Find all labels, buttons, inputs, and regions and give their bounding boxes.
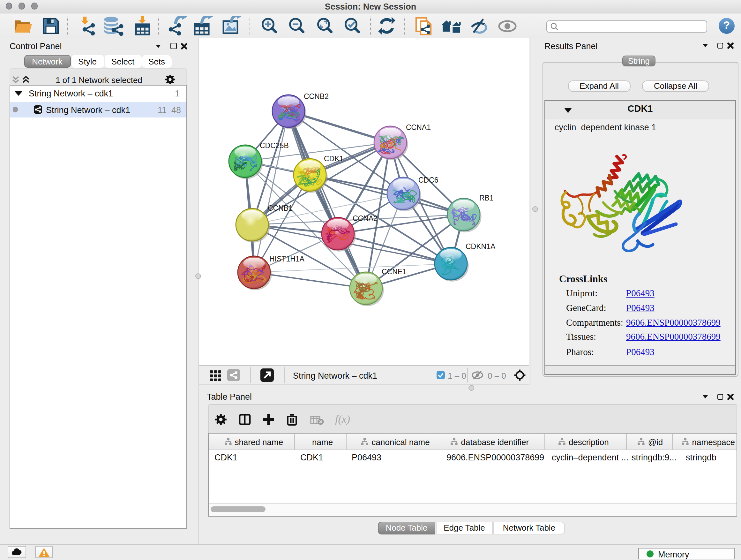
svg-text:CCNB2: CCNB2 <box>304 92 329 101</box>
svg-text:CDKN1A: CDKN1A <box>466 242 495 251</box>
svg-text:RB1: RB1 <box>479 194 494 202</box>
svg-text:CDC6: CDC6 <box>418 176 439 184</box>
svg-text:CDK1: CDK1 <box>324 154 343 163</box>
svg-text:CCNA2: CCNA2 <box>353 214 378 223</box>
svg-text:CCNB1: CCNB1 <box>268 204 293 212</box>
svg-text:CCNA1: CCNA1 <box>406 123 431 132</box>
svg-text:CCNE1: CCNE1 <box>382 267 407 276</box>
svg-text:CDC25B: CDC25B <box>260 141 289 150</box>
svg-text:HIST1H1A: HIST1H1A <box>269 255 305 263</box>
